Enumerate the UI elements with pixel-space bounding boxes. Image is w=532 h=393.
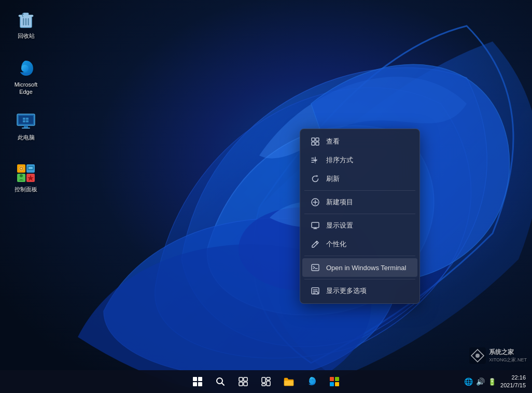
desktop-icon-edge[interactable]: MicrosoftEdge [7, 56, 45, 98]
svg-rect-27 [316, 138, 319, 141]
context-menu-item-terminal[interactable]: Open in Windows Terminal [302, 258, 417, 277]
svg-rect-40 [312, 264, 319, 271]
personalize-label: 个性化 [326, 240, 346, 249]
edge-taskbar-button[interactable] [301, 371, 322, 392]
context-menu-item-more-options[interactable]: 显示更多选项 [302, 282, 417, 300]
volume-icon[interactable]: 🔊 [476, 377, 485, 386]
tray-time-value: 22:16 [511, 374, 526, 382]
menu-divider-1 [304, 190, 415, 191]
start-button[interactable] [187, 371, 208, 392]
store-button[interactable] [324, 371, 345, 392]
svg-line-49 [222, 383, 225, 386]
new-item-icon [311, 198, 320, 207]
svg-line-39 [316, 242, 317, 244]
context-menu-item-refresh[interactable]: 刷新 [302, 170, 417, 188]
svg-rect-56 [267, 381, 270, 386]
battery-icon[interactable]: 🔋 [488, 378, 496, 386]
svg-rect-3 [23, 18, 24, 25]
svg-rect-59 [335, 377, 339, 381]
svg-rect-15 [22, 128, 30, 129]
tray-icons: 🌐 🔊 🔋 [464, 377, 496, 386]
edge-label: MicrosoftEdge [15, 81, 38, 96]
watermark-url: XITONG之家.NET [489, 357, 527, 363]
control-panel-icon [16, 163, 36, 184]
svg-rect-29 [316, 142, 319, 145]
task-view-icon [239, 377, 248, 386]
view-label: 查看 [326, 137, 340, 146]
pen-icon [311, 240, 320, 249]
context-menu-item-personalize[interactable]: 个性化 [302, 235, 417, 254]
system-tray: 🌐 🔊 🔋 22:16 2021/7/15 [464, 374, 526, 390]
edge-taskbar-icon [306, 376, 317, 387]
widgets-icon [261, 377, 271, 386]
svg-rect-9 [19, 116, 33, 124]
svg-rect-11 [26, 118, 29, 120]
svg-rect-10 [23, 118, 25, 120]
svg-rect-36 [312, 222, 319, 228]
context-menu: 查看 排序方式 刷新 [300, 129, 420, 304]
control-panel-label: 控制面板 [15, 186, 37, 193]
display-icon [311, 221, 320, 230]
search-button[interactable] [210, 371, 231, 392]
svg-rect-13 [26, 120, 29, 122]
svg-rect-14 [24, 125, 28, 128]
desktop-icon-this-pc[interactable]: 此电脑 [7, 109, 45, 143]
file-explorer-icon [284, 377, 294, 386]
svg-rect-52 [239, 382, 243, 386]
svg-point-24 [20, 174, 23, 177]
sort-label: 排序方式 [326, 156, 353, 165]
search-icon [216, 377, 225, 386]
svg-rect-5 [28, 18, 30, 25]
svg-rect-54 [262, 377, 265, 383]
watermark-logo-icon [469, 347, 486, 364]
this-pc-label: 此电脑 [18, 134, 35, 141]
svg-rect-4 [25, 18, 27, 25]
refresh-icon [311, 174, 320, 184]
svg-point-21 [20, 167, 22, 170]
menu-divider-2 [304, 214, 415, 214]
svg-rect-51 [244, 377, 247, 381]
sort-icon [311, 156, 320, 165]
context-menu-item-view[interactable]: 查看 [302, 132, 417, 151]
context-menu-item-new[interactable]: 新建项目 [302, 193, 417, 212]
menu-divider-3 [304, 256, 415, 256]
more-options-icon [311, 286, 320, 296]
store-icon [329, 376, 340, 387]
this-pc-icon [16, 111, 36, 132]
edge-icon [16, 58, 36, 79]
view-icon [311, 137, 320, 146]
terminal-label: Open in Windows Terminal [326, 264, 406, 272]
svg-point-47 [475, 354, 480, 358]
svg-rect-26 [312, 138, 315, 141]
taskbar: 🌐 🔊 🔋 22:16 2021/7/15 [0, 370, 532, 393]
context-menu-item-sort[interactable]: 排序方式 [302, 151, 417, 170]
svg-rect-50 [239, 377, 243, 381]
menu-divider-4 [304, 279, 415, 279]
new-item-label: 新建项目 [326, 198, 353, 207]
svg-rect-58 [330, 377, 334, 381]
windows-logo-icon [193, 377, 202, 386]
context-menu-item-display[interactable]: 显示设置 [302, 216, 417, 235]
recycle-bin-icon [16, 9, 36, 30]
tray-datetime[interactable]: 22:16 2021/7/15 [500, 374, 526, 390]
refresh-label: 刷新 [326, 174, 340, 184]
watermark-site-name: 系统之家 [489, 348, 527, 357]
desktop-icon-control-panel[interactable]: 控制面板 [7, 161, 45, 195]
task-view-button[interactable] [233, 371, 254, 392]
desktop-icon-recycle-bin[interactable]: 回收站 [7, 7, 45, 41]
svg-rect-60 [330, 382, 334, 386]
svg-rect-55 [267, 377, 270, 380]
svg-rect-57 [262, 384, 265, 386]
svg-rect-28 [312, 142, 315, 145]
svg-rect-53 [244, 382, 247, 386]
svg-rect-23 [29, 167, 33, 169]
recycle-bin-label: 回收站 [18, 32, 35, 39]
desktop: 回收站 MicrosoftEdge [0, 0, 532, 393]
network-icon[interactable]: 🌐 [464, 377, 473, 386]
taskbar-center [187, 371, 345, 392]
more-options-label: 显示更多选项 [326, 286, 367, 296]
widgets-button[interactable] [256, 371, 276, 392]
terminal-icon [311, 263, 320, 272]
file-explorer-button[interactable] [278, 371, 299, 392]
display-label: 显示设置 [326, 221, 353, 230]
